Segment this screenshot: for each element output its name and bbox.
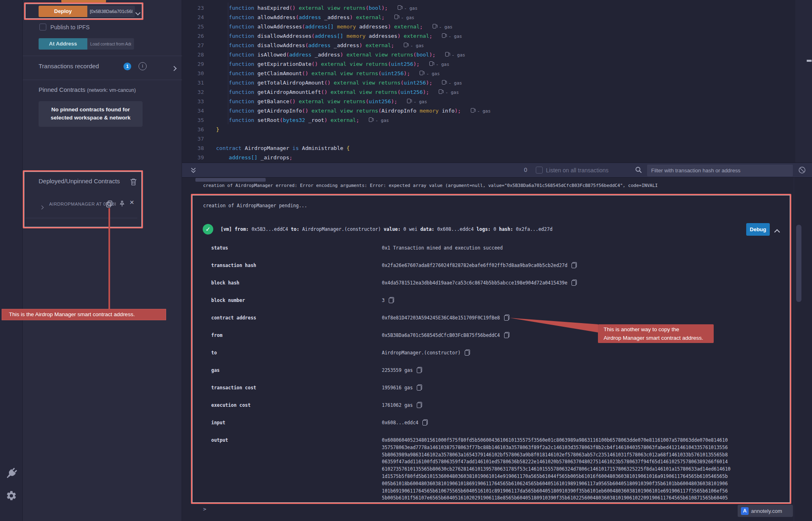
code-token: external [401,33,429,39]
tx-detail-text: 0x1 Transaction mined and execution succ… [382,245,503,251]
copy-icon[interactable] [572,262,577,268]
copy-icon[interactable] [422,419,428,425]
code-token: memory [343,33,366,39]
transactions-count-badge: 1 [123,63,131,70]
code-token: function [229,70,257,76]
gas-estimate-hint: - gas [369,118,389,123]
code-line: 24 function allowAddress(address _addres… [182,13,791,22]
terminal-prompt[interactable]: > [203,506,206,512]
plugin-manager-icon[interactable] [4,467,18,480]
copy-icon[interactable] [417,384,422,391]
constructor-args-input[interactable] [87,6,135,17]
code-token: ); [429,52,435,58]
code-token [216,80,229,86]
code-token [216,52,229,58]
code-token: ( [305,42,308,48]
editor-minimap[interactable] [795,0,812,163]
summary-segment: 0x5B3...eddC4 [251,226,291,232]
summary-segment: 0 wei [403,226,420,232]
code-token: ( [366,98,369,104]
code-token [216,42,229,48]
settings-gear-icon[interactable] [6,490,17,501]
copy-icon[interactable] [417,402,422,408]
transaction-summary[interactable]: [vm] from: 0x5B3...eddC4 to: AirdropMana… [221,224,552,234]
code-token: address[] [229,154,257,161]
code-token: ) [350,14,353,20]
at-address-input[interactable] [87,38,134,50]
tx-detail-row: execution cost1761062 gas [211,402,788,408]
clear-console-icon[interactable] [798,166,806,174]
code-line: 25 function allowAddresses(address[] mem… [182,22,791,31]
code-editor[interactable]: 23 function hasExpired() external view r… [182,0,812,163]
code-token: allowAddress [258,14,296,20]
code-token: () [289,98,296,104]
chevron-right-icon[interactable] [172,65,176,72]
tx-detail-row: transaction hash0x2fa26e67607ada8f276024… [211,262,788,269]
chevron-right-icon[interactable] [40,203,43,211]
copy-icon[interactable] [572,280,577,286]
pin-icon[interactable] [119,200,126,208]
listen-all-transactions-checkbox[interactable] [536,167,543,174]
code-token: function [229,24,257,30]
chevron-down-icon[interactable] [136,9,140,16]
deploy-button[interactable]: Deploy [39,6,87,17]
gas-estimate-hint: - gas [394,15,414,20]
code-token: () [324,80,331,86]
search-icon [635,166,642,174]
line-number: 23 [182,3,216,13]
tx-detail-label: to [211,350,382,356]
at-address-button[interactable]: At Address [39,38,87,50]
copy-address-icon[interactable] [106,200,113,208]
gas-estimate-hint: - gas [442,34,462,39]
output-line: 005b61018b600480360381019061018691906117… [382,480,731,488]
tx-detail-text: 0x4da5781512ea3dbb4d19aae7ca53c6c8674b5b… [382,280,567,286]
code-line: 34 function getAirdropInfo() external vi… [182,106,791,115]
summary-segment: data: [420,226,437,232]
code-token: ) [340,52,343,58]
code-token: ( [302,24,305,30]
code-token: address [308,42,331,48]
gas-pump-icon [445,52,449,56]
code-token: external view returns [308,108,378,114]
annotation-arrow [508,315,601,335]
code-token: address [289,52,312,58]
info-icon[interactable] [139,62,147,70]
gas-pump-icon [420,71,423,75]
gas-estimate-hint: - gas [420,71,440,76]
chevron-up-icon[interactable] [775,228,779,236]
summary-segment: hash: [499,226,516,232]
code-token [216,33,229,39]
copy-icon[interactable] [465,350,470,356]
code-token: () [321,89,327,95]
terminal-expand-icon[interactable] [190,167,197,174]
copy-icon[interactable] [417,367,422,373]
close-icon[interactable] [130,198,134,206]
code-token: function [229,98,257,104]
code-token: function [229,89,257,95]
code-line: 38contract AirdropManager is Administrab… [182,143,791,153]
transaction-count: 0 [524,167,527,173]
code-token: address[] [305,24,333,30]
summary-segment: 0 [494,226,499,232]
code-token: getExpirationDate [258,61,312,67]
code-token: ( [296,14,299,20]
gas-estimate-hint: - gas [445,52,465,58]
debug-button[interactable]: Debug [746,223,770,236]
pinned-contracts-label: Pinned Contracts [39,86,87,93]
filter-transactions-input[interactable] [647,165,793,176]
remix-ide-app: Deploy Publish to IPFS At Address Transa… [0,0,812,521]
scrollbar-thumb[interactable] [796,225,801,302]
transact-button-clipped[interactable] [61,0,106,3]
terminal-toolbar: 0 Listen on all transactions [182,163,812,178]
code-token: external view returns [308,70,378,76]
gas-estimate-hint: - gas [439,90,459,95]
code-line: 27 function disallowAddress(address _add… [182,41,791,50]
tx-detail-label: transaction hash [211,262,382,269]
copy-icon[interactable] [389,297,394,303]
trash-icon[interactable] [130,178,137,186]
code-token [216,89,229,95]
publish-to-ipfs-checkbox[interactable] [39,24,46,30]
divider [23,80,182,80]
code-token: ( [401,80,404,86]
tx-detail-value: 0x608...eddc4 [382,419,428,426]
